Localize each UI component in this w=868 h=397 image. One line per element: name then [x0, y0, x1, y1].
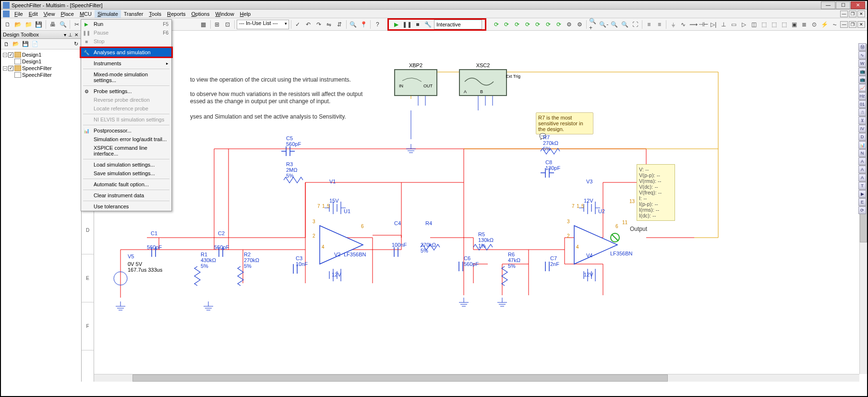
menu-file[interactable]: File: [12, 10, 26, 18]
mirror-icon[interactable]: ⇵: [335, 20, 344, 29]
save-icon[interactable]: 💾: [34, 20, 44, 29]
menu-analyses-and-simulation[interactable]: 🔧Analyses and simulation: [81, 48, 171, 57]
freq-counter-icon[interactable]: Hz: [858, 92, 866, 100]
pause-button[interactable]: ❚❚: [402, 20, 412, 29]
rotate-left-icon[interactable]: ↶: [303, 20, 313, 29]
open-design-icon[interactable]: 📂: [12, 40, 20, 48]
current-probe-icon[interactable]: ⟳: [858, 206, 866, 214]
labview-icon[interactable]: ▶: [858, 190, 866, 198]
logic-analyzer-icon[interactable]: ⎍: [858, 108, 866, 116]
interactive-icon[interactable]: 🔧: [423, 20, 433, 29]
elvis-icon[interactable]: E: [858, 198, 866, 206]
place-r-icon[interactable]: ⟿: [688, 20, 698, 29]
logic-conv-icon[interactable]: ⊻: [858, 117, 866, 124]
menu-tools[interactable]: Tools: [146, 10, 164, 18]
menu-postprocessor[interactable]: 📊Postprocessor...: [81, 126, 171, 135]
menu-use-tolerances[interactable]: Use tolerances: [81, 202, 171, 211]
tree-label[interactable]: SpeechFilter: [22, 72, 52, 78]
new-design-icon[interactable]: 🗋: [2, 40, 11, 48]
maximize-button[interactable]: ☐: [836, 1, 850, 9]
menu-error-log[interactable]: Simulation error log/audit trail...: [81, 135, 171, 144]
tree-label[interactable]: Design1: [22, 59, 41, 64]
panel-min-icon[interactable]: —: [840, 21, 848, 28]
menu-xspice[interactable]: XSPICE command line interface...: [81, 144, 171, 158]
agilent-scope-icon[interactable]: A: [858, 174, 866, 181]
help-icon[interactable]: ?: [373, 20, 382, 29]
place-misc2-icon[interactable]: ⬚: [769, 20, 779, 29]
list-icon[interactable]: ≡: [644, 20, 654, 29]
menu-load-settings[interactable]: Load simulation settings...: [81, 160, 171, 169]
probe-icon[interactable]: 📍: [359, 20, 369, 29]
bode-plotter-icon[interactable]: 📈: [858, 84, 866, 92]
menu-clear-instrument[interactable]: Clear instrument data: [81, 191, 171, 200]
menu-edit[interactable]: Edit: [26, 10, 41, 18]
agilent-fg-icon[interactable]: A: [858, 157, 866, 165]
component2-icon[interactable]: ⊡: [223, 20, 232, 29]
panel-pin-icon[interactable]: ⊥: [67, 32, 73, 37]
tree-label[interactable]: SpeechFilter: [22, 65, 52, 71]
zoom-in-icon[interactable]: 🔍+: [589, 20, 598, 29]
save-design-icon[interactable]: 💾: [21, 40, 30, 48]
zoom-area-icon[interactable]: 🔍: [610, 20, 619, 29]
schematic-canvas[interactable]: to view the operation of the circuit usi…: [94, 31, 867, 382]
distortion-icon[interactable]: D: [858, 133, 866, 141]
instrument-xsc2[interactable]: XSC2 Ext Trig A B: [459, 69, 507, 96]
wattmeter-icon[interactable]: W: [858, 60, 866, 67]
zoom-fit-icon[interactable]: 🔍: [620, 20, 629, 29]
tool-e-icon[interactable]: ⟳: [533, 20, 543, 29]
tree-checkbox[interactable]: ✓: [8, 66, 13, 71]
grid-icon[interactable]: ▦: [199, 20, 208, 29]
rotate-right-icon[interactable]: ↷: [314, 20, 324, 29]
place-cmos-icon[interactable]: ◫: [749, 20, 759, 29]
cut-icon[interactable]: ✂: [72, 20, 82, 29]
menu-help[interactable]: Help: [237, 10, 254, 18]
panel-x-icon[interactable]: ✕: [73, 32, 79, 37]
tool-d-icon[interactable]: ⟳: [523, 20, 532, 29]
place-source-icon[interactable]: ∿: [678, 20, 688, 29]
iv-analyzer-icon[interactable]: IV: [858, 125, 866, 132]
menu-run[interactable]: ▶RunF5: [81, 20, 171, 28]
preview-icon[interactable]: 🔍: [59, 20, 68, 29]
horizontal-scrollbar[interactable]: [94, 374, 859, 382]
place-conn-icon[interactable]: ⊙: [809, 20, 819, 29]
place-t-icon[interactable]: ⊥: [719, 20, 728, 29]
menu-transfer[interactable]: Transfer: [121, 10, 146, 18]
menu-auto-fault[interactable]: Automatic fault option...: [81, 180, 171, 189]
run-button[interactable]: ▶: [392, 20, 401, 29]
tree-collapse-icon[interactable]: −: [3, 53, 7, 57]
place-ground-icon[interactable]: ⏚: [668, 20, 678, 29]
tool-c-icon[interactable]: ⟳: [512, 20, 522, 29]
mdi-restore-button[interactable]: ❐: [849, 11, 856, 17]
tree-checkbox[interactable]: ✓: [8, 52, 13, 58]
check-icon[interactable]: ✓: [293, 20, 303, 29]
tool-f-icon[interactable]: ⟳: [543, 20, 553, 29]
place-misc-icon[interactable]: ⬚: [759, 20, 769, 29]
menu-instruments[interactable]: Instruments▸: [81, 59, 171, 68]
design-prop-icon[interactable]: 📄: [31, 40, 39, 48]
stop-button[interactable]: ■: [413, 20, 422, 29]
tool-i-icon[interactable]: ⚙: [575, 20, 584, 29]
sim-mode-field[interactable]: Interactive: [434, 20, 482, 29]
zoom-icon[interactable]: 🔍: [349, 20, 358, 29]
word-gen-icon[interactable]: 01: [858, 100, 866, 108]
menu-window[interactable]: Window: [212, 10, 237, 18]
component-icon[interactable]: ⊞: [213, 20, 222, 29]
flip-icon[interactable]: ⇋: [325, 20, 334, 29]
tool-a-icon[interactable]: ⟳: [492, 20, 501, 29]
tool-b-icon[interactable]: ⟳: [502, 20, 511, 29]
place-rf-icon[interactable]: ⏦: [830, 20, 839, 29]
new-icon[interactable]: 🗋: [3, 20, 12, 29]
spectrum-icon[interactable]: 📊: [858, 141, 866, 149]
design-tree[interactable]: −✓Design1 Design1 −✓SpeechFilter SpeechF…: [1, 49, 81, 382]
minimize-button[interactable]: —: [821, 1, 835, 9]
menu-mcu[interactable]: MCU: [77, 10, 95, 18]
menu-view[interactable]: View: [41, 10, 58, 18]
panel-close-icon[interactable]: ✕: [857, 21, 865, 28]
panel-dropdown-icon[interactable]: ▾: [63, 32, 67, 37]
place-op-icon[interactable]: ▷: [739, 20, 748, 29]
function-gen-icon[interactable]: ∿: [858, 51, 866, 59]
open2-icon[interactable]: 📁: [24, 20, 33, 29]
place-bus-icon[interactable]: ≣: [799, 20, 809, 29]
tool-h-icon[interactable]: ⚙: [565, 20, 574, 29]
list2-icon[interactable]: ≡: [655, 20, 664, 29]
